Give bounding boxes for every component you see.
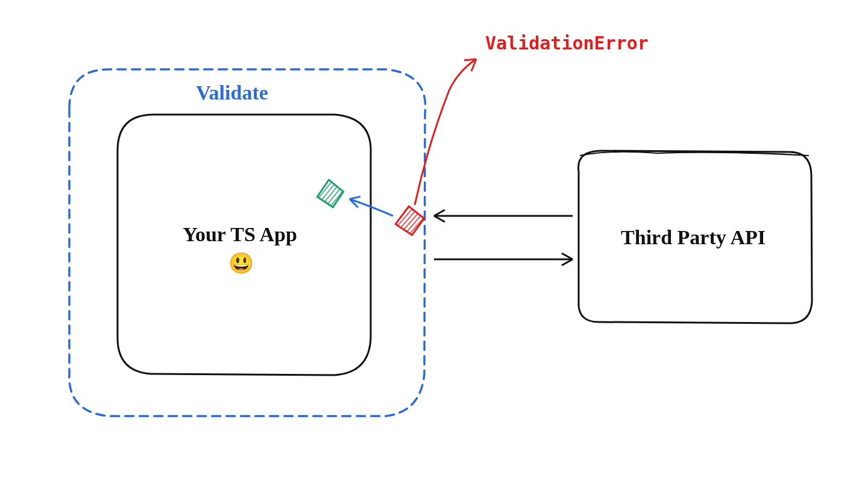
arrow-validate-to-api bbox=[434, 253, 573, 265]
smile-emoji: 😃 bbox=[228, 251, 254, 276]
validation-error-label: ValidationError bbox=[485, 33, 649, 54]
invalid-data-icon bbox=[394, 205, 425, 236]
api-box: Third Party API bbox=[578, 151, 812, 323]
app-label: Your TS App bbox=[183, 223, 297, 245]
api-label: Third Party API bbox=[621, 226, 766, 248]
app-box: Your TS App 😃 bbox=[118, 115, 371, 375]
diagram-canvas: Validate Your TS App 😃 Third Party API bbox=[0, 0, 868, 477]
validate-label: Validate bbox=[196, 81, 268, 104]
arrow-api-to-validate bbox=[434, 210, 573, 222]
